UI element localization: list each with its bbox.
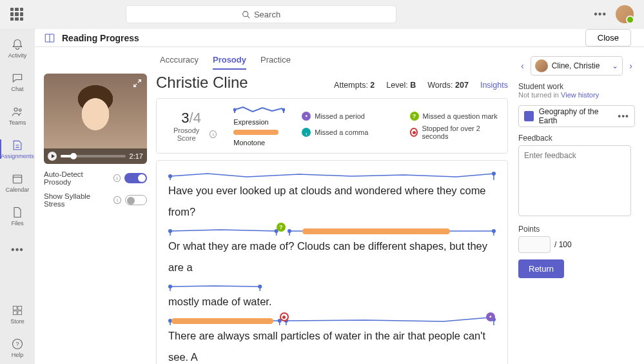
rail-teams[interactable]: Teams — [0, 99, 35, 132]
feedback-input[interactable] — [518, 145, 631, 216]
svg-point-0 — [243, 11, 248, 16]
score-max: /4 — [190, 110, 201, 126]
search-placeholder: Search — [254, 10, 280, 19]
expression-label: Expression — [233, 118, 285, 126]
question-annotation: ? — [277, 223, 286, 232]
rail-assignments[interactable]: Assignments — [0, 133, 35, 165]
passage-line: There are always small particles of wate… — [168, 330, 485, 363]
rail-help[interactable]: ?Help — [0, 332, 35, 364]
svg-line-1 — [248, 15, 249, 17]
syllable-label: Show Syllable Stress — [44, 192, 110, 208]
attempts-stat: Attempts: 2 — [334, 81, 375, 90]
svg-point-23 — [258, 285, 262, 288]
student-selector[interactable]: Cline, Christie ⌄ — [531, 56, 623, 76]
legend-comma: Missed a comma — [315, 128, 368, 136]
prosody-line-icon — [168, 170, 496, 183]
monotone-annotation — [302, 228, 450, 234]
app-rail: Activity Chat Teams Assignments Calendar… — [0, 28, 35, 364]
legend-period: Missed a period — [315, 112, 365, 120]
points-label: Points — [518, 225, 635, 234]
search-icon — [242, 10, 250, 19]
tabs: Acccuracy Prosody Practice — [44, 47, 512, 74]
tab-practice[interactable]: Practice — [260, 55, 291, 70]
svg-text:?: ? — [15, 341, 19, 347]
auto-detect-toggle[interactable] — [124, 173, 147, 183]
svg-rect-7 — [18, 306, 22, 310]
search-input[interactable]: Search — [126, 5, 396, 23]
prosody-line-icon — [168, 281, 496, 294]
monotone-annotation — [171, 318, 273, 324]
expression-wave-icon — [233, 105, 285, 114]
video-time: 2:17 — [130, 152, 143, 160]
rail-chat[interactable]: Chat — [0, 66, 35, 98]
rail-more[interactable]: ••• — [0, 234, 35, 266]
page-title: Reading Progress — [62, 33, 139, 43]
monotone-label: Monotone — [233, 139, 285, 147]
feedback-label: Feedback — [518, 134, 635, 143]
svg-point-21 — [492, 229, 496, 233]
passage-panel: Have you ever looked up at clouds and wo… — [156, 160, 508, 364]
student-work-label: Student work — [518, 82, 635, 91]
document-icon — [524, 111, 534, 121]
user-avatar[interactable] — [616, 5, 634, 23]
tab-prosody[interactable]: Prosody — [213, 55, 246, 70]
app-launcher-icon[interactable] — [10, 8, 23, 21]
level-stat: Level: B — [386, 81, 416, 90]
more-icon[interactable]: ••• — [594, 8, 607, 20]
svg-point-20 — [288, 229, 291, 233]
info-icon[interactable]: i — [113, 174, 121, 182]
stop-annotation — [280, 312, 289, 321]
stop-marker-icon — [410, 128, 418, 137]
student-chip-name: Cline, Christie — [552, 61, 600, 70]
tab-accuracy[interactable]: Acccuracy — [160, 55, 199, 70]
document-more-icon[interactable]: ••• — [618, 111, 629, 121]
info-icon[interactable]: i — [113, 196, 121, 204]
attached-document[interactable]: Geography of the Earth ••• — [518, 105, 635, 127]
chevron-down-icon: ⌄ — [612, 61, 618, 70]
student-avatar-icon — [535, 59, 548, 72]
close-button[interactable]: Close — [585, 29, 631, 46]
score-card: 3/4 Prosody Scorei Expression Monotone •… — [156, 98, 508, 154]
legend-question: Missed a question mark — [423, 112, 498, 120]
view-history-link[interactable]: View history — [561, 91, 599, 99]
svg-point-14 — [233, 108, 237, 112]
insights-link[interactable]: Insights — [480, 81, 508, 90]
info-icon[interactable]: i — [210, 130, 217, 138]
svg-rect-8 — [13, 311, 17, 315]
play-button[interactable] — [48, 152, 57, 161]
period-annotation: • — [486, 312, 495, 321]
reading-progress-icon — [44, 32, 55, 44]
score-value: 3 — [181, 110, 189, 126]
side-panel: ‹ Cline, Christie ⌄ › Student work Not t… — [512, 47, 644, 364]
svg-rect-6 — [13, 306, 17, 310]
svg-rect-9 — [18, 311, 22, 315]
auto-detect-label: Auto-Detect Prosody — [44, 170, 110, 186]
points-input[interactable] — [518, 236, 551, 253]
words-stat: Words: 207 — [427, 81, 469, 90]
syllable-toggle[interactable] — [125, 195, 147, 205]
rail-activity[interactable]: Activity — [0, 32, 35, 65]
svg-point-16 — [168, 174, 172, 178]
monotone-wave-icon — [233, 130, 278, 135]
return-button[interactable]: Return — [518, 259, 564, 278]
svg-point-18 — [168, 229, 172, 233]
legend-stop: Stopped for over 2 seconds — [422, 125, 498, 140]
svg-point-22 — [168, 285, 172, 288]
not-turned-in-label: Not turned in — [518, 91, 561, 99]
score-label: Prosody Score — [166, 126, 207, 142]
video-scrubber[interactable] — [61, 155, 126, 157]
rail-files[interactable]: Files — [0, 200, 35, 232]
rail-calendar[interactable]: Calendar — [0, 167, 35, 199]
next-student-button[interactable]: › — [627, 58, 635, 74]
points-max: / 100 — [554, 240, 572, 249]
student-name: Christie Cline — [156, 74, 322, 92]
svg-point-2 — [14, 108, 17, 111]
svg-rect-4 — [13, 175, 21, 183]
rail-store[interactable]: Store — [0, 298, 35, 330]
passage-line: Have you ever looked up at clouds and wo… — [168, 185, 486, 217]
expand-icon[interactable] — [133, 79, 142, 88]
svg-point-3 — [19, 109, 21, 112]
prev-student-button[interactable]: ‹ — [518, 58, 527, 74]
video-player[interactable]: 2:17 — [44, 74, 147, 164]
passage-line: mostly made of water. — [168, 296, 271, 307]
